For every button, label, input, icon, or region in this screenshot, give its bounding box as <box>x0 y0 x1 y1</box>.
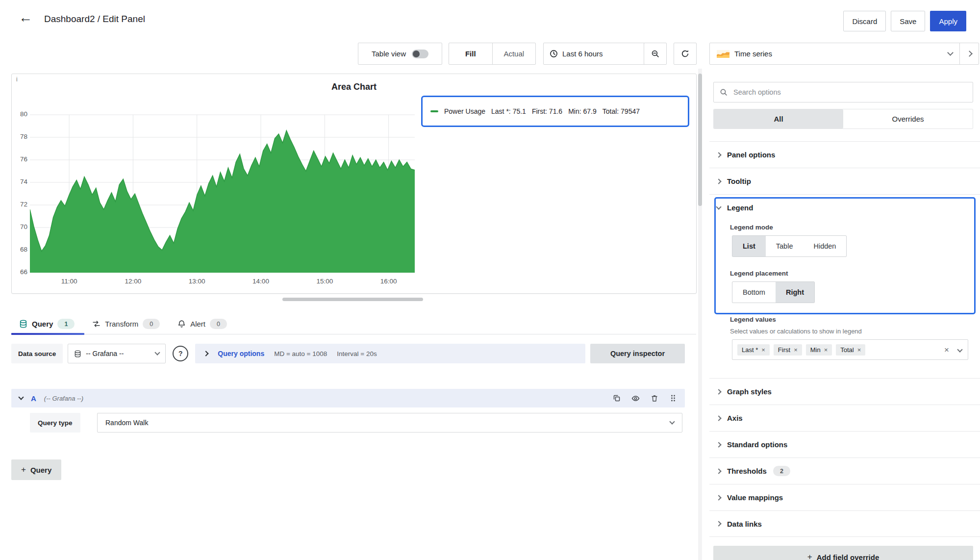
plus-icon: + <box>807 552 812 560</box>
query-options-link[interactable]: Query options <box>218 350 264 357</box>
datasource-label: Data source <box>11 344 63 363</box>
actual-button[interactable]: Actual <box>492 43 536 64</box>
y-axis-tick-label: 80 <box>13 110 27 118</box>
legend-stat-first: First: 71.6 <box>532 107 562 115</box>
legend-stat-last: Last *: 75.1 <box>491 107 526 115</box>
section-tooltip[interactable]: Tooltip <box>709 168 980 194</box>
legend-placement-right[interactable]: Right <box>776 282 814 303</box>
tab-transform[interactable]: Transform 0 <box>84 314 170 334</box>
zoom-out-button[interactable] <box>644 43 667 65</box>
thresholds-count-badge: 2 <box>773 466 790 476</box>
tab-transform-count: 0 <box>143 319 160 329</box>
database-icon <box>74 350 81 357</box>
remove-tag-icon[interactable]: × <box>824 347 828 353</box>
y-axis-tick-label: 66 <box>13 268 27 276</box>
back-arrow-icon[interactable]: ← <box>19 11 32 25</box>
copy-icon <box>613 394 621 402</box>
discard-button[interactable]: Discard <box>843 11 886 31</box>
section-label: Legend <box>727 204 753 212</box>
delete-query-button[interactable] <box>651 394 658 402</box>
query-datasource-hint: (-- Grafana --) <box>44 395 83 402</box>
remove-tag-icon[interactable]: × <box>857 347 861 353</box>
series-color-swatch <box>430 110 438 112</box>
section-thresholds[interactable]: Thresholds 2 <box>709 458 980 484</box>
grafana-edit-panel: ← Dashboard2 / Edit Panel Discard Save A… <box>0 0 980 560</box>
chevron-right-icon <box>716 178 721 184</box>
value-tag-last[interactable]: Last * × <box>737 344 770 356</box>
y-axis-tick-label: 68 <box>13 246 27 253</box>
apply-button[interactable]: Apply <box>930 11 966 31</box>
table-view-toggle[interactable] <box>412 50 428 58</box>
remove-tag-icon[interactable]: × <box>761 347 765 353</box>
datasource-help-button[interactable]: ? <box>173 346 188 361</box>
value-tag-first[interactable]: First × <box>774 344 802 356</box>
section-label: Graph styles <box>727 387 772 396</box>
legend-mode-hidden[interactable]: Hidden <box>803 236 846 256</box>
refresh-icon <box>681 50 689 58</box>
duplicate-query-button[interactable] <box>613 394 621 402</box>
tab-all[interactable]: All <box>714 109 843 128</box>
legend-values-multiselect[interactable]: Last * × First × Min × Total × × <box>732 339 968 360</box>
legend-mode-label: Legend mode <box>730 224 773 231</box>
clear-all-icon[interactable]: × <box>944 346 949 354</box>
save-button[interactable]: Save <box>891 11 925 31</box>
visualization-name: Time series <box>734 50 772 58</box>
chevron-right-icon <box>716 152 721 157</box>
section-axis[interactable]: Axis <box>709 405 980 431</box>
section-label: Thresholds <box>727 467 767 475</box>
query-type-select[interactable]: Random Walk <box>97 413 682 433</box>
section-standard-options[interactable]: Standard options <box>709 431 980 458</box>
options-search-input[interactable] <box>732 88 967 97</box>
plus-icon: + <box>21 465 26 475</box>
series-name[interactable]: Power Usage <box>444 107 485 115</box>
tab-alert-count: 0 <box>210 319 227 329</box>
section-graph-styles[interactable]: Graph styles <box>709 378 980 405</box>
value-tag-min[interactable]: Min × <box>806 344 832 356</box>
tab-overrides[interactable]: Overrides <box>843 109 973 128</box>
trash-icon <box>651 394 658 402</box>
chevron-down-icon <box>947 50 954 56</box>
legend-stat-min: Min: 67.9 <box>568 107 597 115</box>
legend-stat-total: Total: 79547 <box>603 107 640 115</box>
fill-actual-switcher: Fill Actual <box>449 43 536 65</box>
section-legend[interactable]: Legend <box>709 194 980 221</box>
legend-values-label: Legend values <box>730 316 776 323</box>
fill-button[interactable]: Fill <box>449 43 492 64</box>
section-label: Data links <box>727 520 762 528</box>
add-field-override-button[interactable]: + Add field override <box>713 546 973 560</box>
editor-tabs: Query 1 Transform 0 Alert 0 <box>11 314 696 334</box>
value-tag-total[interactable]: Total × <box>836 344 865 356</box>
datasource-select[interactable]: -- Grafana -- <box>68 344 166 363</box>
timeseries-viz-icon <box>717 50 729 58</box>
refresh-button[interactable] <box>674 43 697 65</box>
section-value-mappings[interactable]: Value mappings <box>709 484 980 510</box>
y-axis-tick-label: 70 <box>13 223 27 230</box>
chevron-right-icon <box>716 495 721 500</box>
legend-mode-list[interactable]: List <box>732 236 766 256</box>
horizontal-scrollbar[interactable] <box>282 298 423 301</box>
remove-tag-icon[interactable]: × <box>794 347 798 353</box>
clock-icon <box>550 50 558 58</box>
section-data-links[interactable]: Data links <box>709 510 980 537</box>
viz-suggestions-button[interactable] <box>959 43 979 64</box>
vertical-scrollbar-thumb[interactable] <box>698 74 702 206</box>
y-axis-tick-label: 78 <box>13 133 27 140</box>
x-axis-tick-label: 15:00 <box>316 278 333 285</box>
x-axis-tick-label: 14:00 <box>252 278 269 285</box>
query-inspector-button[interactable]: Query inspector <box>590 344 685 363</box>
time-range-picker[interactable]: Last 6 hours <box>543 43 656 65</box>
query-row-header[interactable]: A (-- Grafana --) <box>11 389 685 407</box>
collapse-chevron-icon[interactable] <box>18 394 24 400</box>
hide-query-button[interactable] <box>631 394 640 403</box>
y-axis-tick-label: 76 <box>13 155 27 163</box>
drag-handle[interactable] <box>669 394 677 402</box>
chevron-down-icon <box>155 350 160 355</box>
legend-mode-table[interactable]: Table <box>766 236 804 256</box>
y-axis-tick-label: 74 <box>13 178 27 185</box>
tab-alert[interactable]: Alert 0 <box>170 314 237 334</box>
section-panel-options[interactable]: Panel options <box>709 141 980 168</box>
add-query-button[interactable]: + Query <box>11 459 61 480</box>
tab-query[interactable]: Query 1 <box>11 314 84 334</box>
legend-placement-bottom[interactable]: Bottom <box>732 282 776 303</box>
visualization-select[interactable]: Time series <box>710 43 959 64</box>
